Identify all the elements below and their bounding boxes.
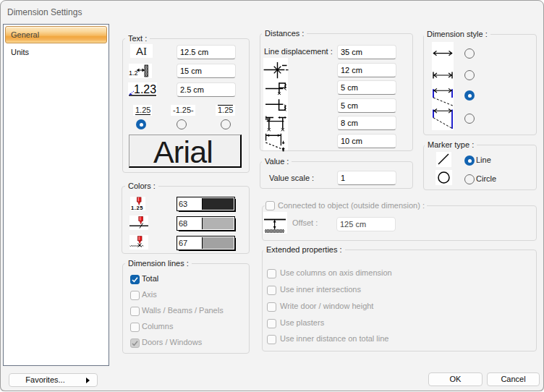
svg-text:1.25: 1.25 (131, 205, 143, 211)
svg-text:1.23: 1.23 (134, 83, 156, 95)
svg-text:1.2: 1.2 (129, 69, 138, 77)
